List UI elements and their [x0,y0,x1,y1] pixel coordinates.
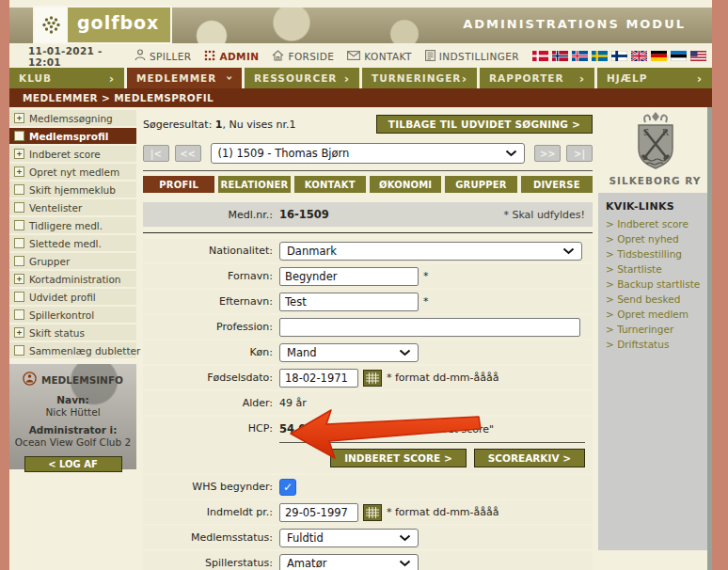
sidebar-item-grupper[interactable]: Grupper [9,253,136,269]
topbar-forside[interactable]: FORSIDE [272,50,334,63]
submit-score-button[interactable]: INDBERET SCORE > [330,449,467,467]
sidebar-item-kortadministration[interactable]: +Kortadministration [9,271,136,287]
box-icon [14,309,24,320]
flag-finland-icon[interactable] [611,51,627,61]
breadcrumb: MEDLEMMER > MEDLEMSPROFIL [9,88,712,107]
kviklink-startliste[interactable]: Startliste [606,263,712,275]
topbar-spiller[interactable]: SPILLER [135,49,192,63]
member-select[interactable]: (1) 1509 - Thomas Bjørn [211,143,526,164]
sidebar-item-medlemssøgning[interactable]: +Medlemssøgning [9,110,136,126]
sidebar-item-skift-hjemmeklub[interactable]: Skift hjemmeklub [9,182,136,198]
quick-menu: SPILLERADMINFORSIDEKONTAKTINDSTILLINGER [135,49,519,63]
club-name: SILKEBORG RY [598,175,712,186]
playerstatus-select[interactable]: Amatør [279,554,419,570]
pager-prev-button[interactable]: << [175,145,201,162]
kviklink-tidsbestilling[interactable]: Tidsbestilling [606,248,712,260]
sidebar-item-indberet-score[interactable]: +Indberet score [9,146,136,162]
topbar-kontakt[interactable]: KONTAKT [347,51,412,62]
profession-input[interactable] [279,318,580,337]
kviklink-opret-medlem[interactable]: Opret medlem [606,309,712,320]
box-icon [14,184,24,195]
sidebar-item-spillerkontrol[interactable]: Spillerkontrol [9,307,136,323]
flag-norway-icon[interactable] [552,51,568,61]
pager-next-button[interactable]: >> [534,145,561,162]
date-format-note: * format dd-mm-åååå [387,506,499,518]
gender-row: Køn: Mand [143,340,593,364]
birthdate-calendar-button[interactable] [363,370,382,387]
required-mark: * [423,270,429,282]
topbar-indstillinger[interactable]: INDSTILLINGER [425,50,519,63]
kviklink-turneringer[interactable]: Turneringer [606,324,712,335]
enrolled-calendar-button[interactable] [363,504,382,521]
nav-tab-klub[interactable]: KLUB› [9,68,124,88]
sidebar-item-sammenlæg-dubletter[interactable]: Sammenlæg dubletter [9,342,136,358]
box-icon [14,256,24,266]
memberstatus-row: Medlemsstatus: Fuldtid [143,526,593,549]
firstname-input[interactable] [279,267,419,286]
flag-sweden-icon[interactable] [592,51,608,61]
profile-tab-profil[interactable]: PROFIL [143,176,214,193]
nav-tab-ressourcer[interactable]: RESSOURCER› [245,68,359,88]
sidebar-item-tidligere-medl-[interactable]: Tidligere medl. [9,217,136,233]
expand-icon: + [14,149,24,159]
nav-tab-medlemmer[interactable]: MEDLEMMER› [127,68,242,88]
sidebar-item-medlemsprofil[interactable]: Medlemsprofil [9,128,136,144]
expand-icon: + [14,113,24,123]
logoff-button[interactable]: < LOG AF [24,456,122,472]
flag-germany-icon[interactable] [651,51,667,61]
gender-select[interactable]: Mand [279,343,419,362]
box-icon [14,202,24,213]
nationality-row: Nationalitet: Danmark [143,239,593,262]
flag-usa-icon[interactable] [690,51,706,61]
kviklink-backup-startliste[interactable]: Backup startliste [606,278,712,290]
enrolled-date-input[interactable] [279,503,358,522]
pager-last-button[interactable]: >| [566,145,593,162]
profile-tab-relationer[interactable]: RELATIONER [218,176,290,193]
flag-estonia-icon[interactable] [671,51,687,61]
member-form: Medl.nr.: 16-1509 * Skal udfyldes! Natio… [143,202,593,570]
flag-uk-icon[interactable] [631,51,647,61]
sidebar-item-slettede-medl-[interactable]: Slettede medl. [9,235,136,251]
back-to-search-button[interactable]: TILBAGE TIL UDVIDET SØGNING > [376,115,593,134]
kviklink-send-besked[interactable]: Send besked [606,293,712,305]
flag-denmark-icon[interactable] [532,51,548,61]
kviklinks-title: KVIK-LINKS [606,200,712,213]
grid-icon [204,50,215,63]
sidebar-item-opret-nyt-medlem[interactable]: +Opret nyt medlem [9,164,136,180]
module-title: ADMINISTRATIONS MODUL [463,17,686,31]
sidebar-item-udvidet-profil[interactable]: Udvidet profil [9,289,136,305]
whs-beginner-checkbox[interactable]: ✓ [279,479,296,496]
sidebar-item-ventelister[interactable]: Ventelister [9,199,136,215]
box-icon [14,345,24,356]
enrolled-row: Indmeldt pr.: * format dd-mm-åååå [143,500,593,524]
nav-tab-hjælp[interactable]: HJÆLP› [597,68,712,88]
chevron-right-icon: › [344,72,350,85]
admin-club: Ocean View Golf Club 2 [9,436,136,448]
hcp-block: HCP: 54,0 - Administreres via "Indberet … [143,417,593,473]
required-mark: * [423,295,429,308]
kviklink-driftstatus[interactable]: Driftstatus [606,339,712,350]
score-archive-button[interactable]: SCOREARKIV > [474,449,585,467]
golfbox-logo[interactable]: golfbox [33,6,172,44]
kviklink-opret-nyhed[interactable]: Opret nyhed [606,233,712,245]
nav-tab-rapporter[interactable]: RAPPORTER› [480,68,594,88]
flag-iceland-icon[interactable] [572,51,588,61]
pager-first-button[interactable]: |< [143,145,169,162]
topbar-admin[interactable]: ADMIN [204,50,259,63]
topbar: 11-01-2021 - 12:01 SPILLERADMINFORSIDEKO… [9,44,712,68]
profile-tab-økonomi[interactable]: ØKONOMI [370,176,441,193]
datetime: 11-01-2021 - 12:01 [28,45,135,68]
profile-tab-kontakt[interactable]: KONTAKT [294,176,366,193]
nav-tab-turneringer[interactable]: TURNERINGER› [362,68,477,88]
sidebar-item-skift-status[interactable]: +Skift status [9,325,136,340]
lastname-input[interactable] [279,293,419,311]
expand-icon: + [14,166,24,177]
memberstatus-select[interactable]: Fuldtid [279,529,419,547]
profile-tab-grupper[interactable]: GRUPPER [445,176,516,193]
kviklink-indberet-score[interactable]: Indberet score [606,218,712,230]
profile-tab-diverse[interactable]: DIVERSE [521,176,593,193]
nationality-select[interactable]: Danmark [279,242,582,261]
hcp-value: 54,0 - Administreres via "Indberet score… [279,422,494,435]
name-label: Navn: [9,394,136,405]
birthdate-input[interactable] [279,369,358,388]
